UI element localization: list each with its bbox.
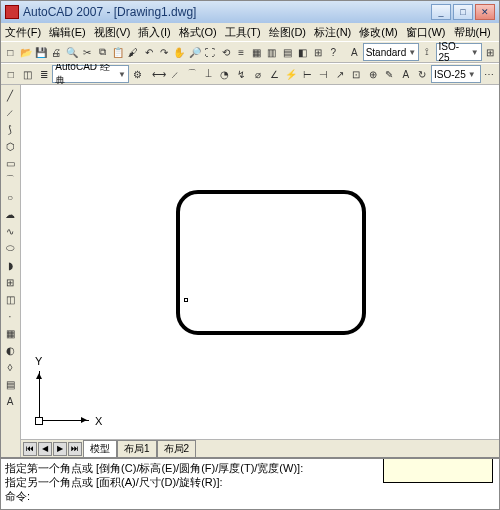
- block-icon[interactable]: ◫: [19, 65, 34, 83]
- menu-edit[interactable]: 编辑(E): [49, 25, 86, 40]
- dim-leader-icon[interactable]: ↗: [332, 65, 347, 83]
- match-icon[interactable]: 🖌: [126, 43, 140, 61]
- menu-tools[interactable]: 工具(T): [225, 25, 261, 40]
- menu-modify[interactable]: 修改(M): [359, 25, 398, 40]
- dim-radius-icon[interactable]: ◔: [217, 65, 232, 83]
- sheetset-icon[interactable]: ▤: [280, 43, 294, 61]
- calc-icon[interactable]: ⊞: [311, 43, 325, 61]
- revcloud-icon[interactable]: ☁: [2, 206, 18, 222]
- app-icon: [5, 5, 19, 19]
- redo-icon[interactable]: ↷: [157, 43, 171, 61]
- rectangle-icon[interactable]: ▭: [2, 155, 18, 171]
- point-icon[interactable]: ·: [2, 308, 18, 324]
- maximize-button[interactable]: □: [453, 4, 473, 20]
- textstyle-icon[interactable]: A: [347, 43, 361, 61]
- dim-update-icon[interactable]: ↻: [415, 65, 430, 83]
- dim-aligned-icon[interactable]: ⟋: [168, 65, 183, 83]
- dim-base-icon[interactable]: ⊢: [299, 65, 314, 83]
- dimstyle-combo2[interactable]: ISO-25▼: [431, 65, 481, 83]
- dim-more-icon[interactable]: ⋯: [482, 65, 497, 83]
- tablestyle-icon[interactable]: ⊞: [483, 43, 497, 61]
- model-tab[interactable]: 模型: [83, 440, 117, 457]
- arc-icon[interactable]: ⌒: [2, 172, 18, 188]
- cut-icon[interactable]: ✂: [80, 43, 94, 61]
- help-icon[interactable]: ?: [326, 43, 340, 61]
- new-icon[interactable]: □: [3, 43, 17, 61]
- line-icon[interactable]: ╱: [2, 87, 18, 103]
- makeblock-icon[interactable]: ◫: [2, 291, 18, 307]
- menu-file[interactable]: 文件(F): [5, 25, 41, 40]
- menu-window[interactable]: 窗口(W): [406, 25, 446, 40]
- dim-quick-icon[interactable]: ⚡: [283, 65, 298, 83]
- dimstyle-combo[interactable]: ISO-25▼: [436, 43, 482, 61]
- dim-center-icon[interactable]: ⊕: [365, 65, 380, 83]
- ws-settings-icon[interactable]: ⚙: [130, 65, 145, 83]
- spline-icon[interactable]: ∿: [2, 223, 18, 239]
- xline-icon[interactable]: ⟋: [2, 104, 18, 120]
- tab-next-icon[interactable]: ▶: [53, 442, 67, 456]
- dim-cont-icon[interactable]: ⊣: [316, 65, 331, 83]
- drawing-canvas[interactable]: Y X: [21, 85, 499, 439]
- ellipse-icon[interactable]: ⬭: [2, 240, 18, 256]
- open-icon[interactable]: 📂: [18, 43, 32, 61]
- dimstyle-icon[interactable]: ⟟: [420, 43, 434, 61]
- hatch-icon[interactable]: ▦: [2, 325, 18, 341]
- markup-icon[interactable]: ◧: [295, 43, 309, 61]
- tab-prev-icon[interactable]: ◀: [38, 442, 52, 456]
- preview-icon[interactable]: 🔍: [65, 43, 79, 61]
- polyline-icon[interactable]: ⟆: [2, 121, 18, 137]
- menu-insert[interactable]: 插入(I): [138, 25, 170, 40]
- circle-icon[interactable]: ○: [2, 189, 18, 205]
- table-icon[interactable]: ▤: [2, 376, 18, 392]
- cmd-line2: 指定另一个角点或 [面积(A)/尺寸(D)/旋转(R)]:: [5, 476, 223, 488]
- polygon-icon[interactable]: ⬡: [2, 138, 18, 154]
- menu-draw[interactable]: 绘图(D): [269, 25, 306, 40]
- copy-icon[interactable]: ⧉: [95, 43, 109, 61]
- tab-first-icon[interactable]: ⏮: [23, 442, 37, 456]
- dim-dia-icon[interactable]: ⌀: [250, 65, 265, 83]
- designcenter-icon[interactable]: ▦: [249, 43, 263, 61]
- qnew-icon[interactable]: □: [3, 65, 18, 83]
- minimize-button[interactable]: _: [431, 4, 451, 20]
- toolpalette-icon[interactable]: ▥: [265, 43, 279, 61]
- properties-icon[interactable]: ≡: [234, 43, 248, 61]
- mtext-icon[interactable]: A: [2, 393, 18, 409]
- tab-last-icon[interactable]: ⏭: [68, 442, 82, 456]
- dim-tedit-icon[interactable]: A: [398, 65, 413, 83]
- layer-icon[interactable]: ≣: [36, 65, 51, 83]
- app-title: AutoCAD 2007 - [Drawing1.dwg]: [23, 5, 196, 19]
- dim-tol-icon[interactable]: ⊡: [349, 65, 364, 83]
- zoom-prev-icon[interactable]: ⟲: [218, 43, 232, 61]
- ellipsearc-icon[interactable]: ◗: [2, 257, 18, 273]
- paste-icon[interactable]: 📋: [111, 43, 125, 61]
- zoom-window-icon[interactable]: ⛶: [203, 43, 217, 61]
- menu-help[interactable]: 帮助(H): [454, 25, 491, 40]
- app-window: AutoCAD 2007 - [Drawing1.dwg] _ □ ✕ 文件(F…: [0, 0, 500, 510]
- insertblock-icon[interactable]: ⊞: [2, 274, 18, 290]
- dim-jog-icon[interactable]: ↯: [234, 65, 249, 83]
- style-combo[interactable]: Standard▼: [363, 43, 420, 61]
- dim-linear-icon[interactable]: ⟷: [151, 65, 167, 83]
- workspace-combo[interactable]: AutoCAD 经典▼: [52, 65, 129, 83]
- gradient-icon[interactable]: ◐: [2, 342, 18, 358]
- layout1-tab[interactable]: 布局1: [117, 440, 157, 457]
- dim-edit-icon[interactable]: ✎: [382, 65, 397, 83]
- zoom-icon[interactable]: 🔎: [188, 43, 202, 61]
- command-line[interactable]: 指定第一个角点或 [倒角(C)/标高(E)/圆角(F)/厚度(T)/宽度(W)]…: [1, 457, 499, 509]
- print-icon[interactable]: 🖨: [49, 43, 63, 61]
- grip-point[interactable]: [184, 298, 188, 302]
- menu-dimension[interactable]: 标注(N): [314, 25, 351, 40]
- notification-tooltip[interactable]: ● 操作中心 你的许可将是最新的当 单击此处。: [383, 457, 493, 483]
- menu-view[interactable]: 视图(V): [94, 25, 131, 40]
- ucs-y-label: Y: [35, 355, 42, 367]
- undo-icon[interactable]: ↶: [142, 43, 156, 61]
- dim-arc-icon[interactable]: ⌒: [184, 65, 199, 83]
- dim-ord-icon[interactable]: ⟘: [201, 65, 216, 83]
- menu-format[interactable]: 格式(O): [179, 25, 217, 40]
- save-icon[interactable]: 💾: [34, 43, 48, 61]
- pan-icon[interactable]: ✋: [172, 43, 186, 61]
- region-icon[interactable]: ◊: [2, 359, 18, 375]
- dim-ang-icon[interactable]: ∠: [266, 65, 281, 83]
- layout2-tab[interactable]: 布局2: [157, 440, 197, 457]
- close-button[interactable]: ✕: [475, 4, 495, 20]
